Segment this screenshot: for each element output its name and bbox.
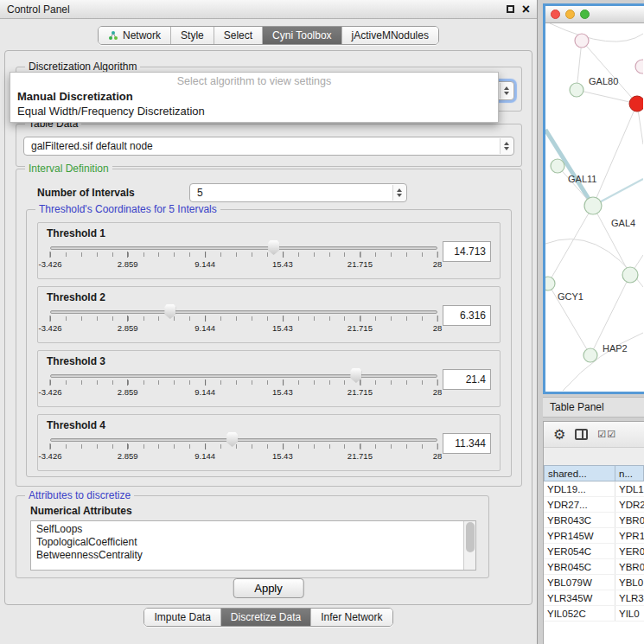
cell-name[interactable]: YLR3 (615, 590, 644, 605)
cell-shared-name[interactable]: YDL19... (544, 481, 615, 496)
cell-name[interactable]: YPR1 (615, 528, 644, 543)
scrollbar[interactable] (463, 521, 475, 570)
cell-shared-name[interactable]: YLR345W (544, 590, 615, 605)
dropdown-option-equal-width[interactable]: Equal Width/Frequency Discretization (10, 104, 498, 118)
tick-label: 28 (433, 451, 443, 461)
close-traffic-light-icon[interactable] (551, 10, 560, 19)
node-label-gal4: GAL4 (611, 218, 635, 228)
tick-label: 2.859 (118, 259, 138, 269)
columns-icon[interactable] (575, 429, 588, 440)
threshold-value-field[interactable]: 21.4 (443, 369, 491, 390)
network-node[interactable] (575, 34, 589, 48)
network-node[interactable] (584, 197, 602, 214)
table-row[interactable]: YBR045C YBR0 (544, 559, 644, 575)
threshold-slider[interactable]: -3.426 2.859 9.144 15.43 21.715 28 (50, 304, 437, 337)
threshold-slider[interactable]: -3.426 2.859 9.144 15.43 21.715 28 (50, 368, 437, 401)
gear-icon[interactable]: ⚙ (553, 428, 565, 442)
network-node[interactable] (635, 60, 643, 73)
network-canvas[interactable]: GAL80 GAL11 GAL4 GCY1 HAP2 (545, 23, 644, 392)
zoom-traffic-light-icon[interactable] (580, 10, 590, 19)
combo-stepper-icon[interactable] (500, 138, 513, 154)
node-label-gal80: GAL80 (589, 76, 618, 86)
tick-label: -3.426 (39, 451, 62, 461)
combo-stepper-icon[interactable] (500, 83, 513, 99)
tick-label: 2.859 (118, 323, 138, 333)
cell-shared-name[interactable]: YBR045C (544, 559, 615, 574)
list-item[interactable]: TopologicalCoefficient (31, 536, 475, 549)
table-row[interactable]: YBR043C YBR0 (544, 513, 644, 528)
tab-impute-data[interactable]: Impute Data (144, 609, 220, 626)
list-item[interactable]: SelfLoops (31, 523, 475, 536)
tab-infer-network[interactable]: Infer Network (310, 609, 392, 626)
threshold-panel: Threshold 3 -3.426 2.859 9.144 15.43 (37, 350, 501, 407)
table-row[interactable]: YPR145W YPR1 (544, 528, 644, 544)
combo-stepper-icon[interactable] (392, 185, 405, 201)
tab-select[interactable]: Select (214, 27, 262, 44)
bottom-tabbar: Impute Data Discretize Data Infer Networ… (0, 608, 537, 627)
network-node[interactable] (622, 267, 638, 283)
table-row[interactable]: YBL079W YBL0 (544, 575, 644, 590)
dropdown-option-manual[interactable]: Manual Discretization (10, 89, 498, 104)
cell-shared-name[interactable]: YBL079W (544, 575, 615, 590)
apply-button[interactable]: Apply (233, 578, 304, 598)
tick-label: 15.43 (272, 323, 293, 333)
table-row[interactable]: YER054C YER0 (544, 544, 644, 559)
select-columns-checkboxes-icon[interactable]: ☑☑ (597, 429, 616, 440)
table-panel-title: Table Panel (550, 401, 604, 413)
threshold-value-field[interactable]: 6.316 (443, 305, 491, 326)
column-header-shared-name[interactable]: shared... (544, 465, 615, 481)
tick-label: -3.426 (39, 323, 62, 333)
column-header-name[interactable]: n... (615, 465, 644, 481)
slider-track[interactable] (50, 438, 437, 442)
number-of-intervals-label: Number of Intervals (37, 187, 135, 199)
tab-network[interactable]: Network (99, 27, 170, 44)
table-row[interactable]: YDL19... YDL1 (544, 481, 644, 497)
tick-label: 9.144 (194, 323, 215, 333)
network-node[interactable] (551, 159, 564, 173)
network-node[interactable] (545, 277, 555, 290)
cell-shared-name[interactable]: YBR043C (544, 513, 615, 527)
cell-name[interactable]: YDR2 (615, 497, 644, 512)
threshold-value-field[interactable]: 11.344 (443, 433, 491, 454)
tab-style[interactable]: Style (170, 27, 214, 44)
thresholds-group: Threshold's Coordinates for 5 Intervals … (26, 209, 512, 477)
tab-discretize-data[interactable]: Discretize Data (220, 609, 310, 626)
threshold-slider[interactable]: -3.426 2.859 9.144 15.43 21.715 28 (50, 240, 437, 273)
cell-shared-name[interactable]: YIL052C (544, 606, 615, 621)
selected-network-node[interactable] (629, 96, 643, 112)
slider-track[interactable] (50, 310, 437, 314)
close-icon[interactable]: × (522, 3, 530, 16)
slider-track[interactable] (50, 246, 437, 250)
cell-name[interactable]: YIL0 (615, 606, 644, 621)
list-item[interactable]: BetweennessCentrality (31, 549, 475, 562)
threshold-value-field[interactable]: 14.713 (443, 241, 491, 262)
table-row[interactable]: YIL052C YIL0 (544, 606, 644, 622)
cell-name[interactable]: YDL1 (615, 481, 644, 496)
cell-shared-name[interactable]: YDR27... (544, 497, 615, 512)
cell-shared-name[interactable]: YER054C (544, 544, 615, 558)
cell-name[interactable]: YER0 (615, 544, 644, 558)
cell-name[interactable]: YBR0 (615, 559, 644, 574)
tab-jactivemnodules[interactable]: jActiveMNodules (341, 27, 438, 44)
tab-cyni-toolbox[interactable]: Cyni Toolbox (262, 27, 341, 44)
minimize-traffic-light-icon[interactable] (565, 10, 575, 19)
network-node[interactable] (583, 348, 597, 362)
tab-label: Cyni Toolbox (272, 29, 331, 41)
node-label-hap2: HAP2 (603, 343, 628, 354)
combo-value: galFiltered.sif default node (31, 140, 153, 152)
cell-name[interactable]: YBL0 (615, 575, 644, 590)
slider-track[interactable] (50, 374, 437, 378)
table-spacer (544, 448, 644, 465)
table-row[interactable]: YLR345W YLR3 (544, 590, 644, 606)
float-window-icon[interactable] (507, 5, 514, 13)
algorithm-dropdown-popup: Select algorithm to view settings Manual… (10, 72, 499, 123)
cell-shared-name[interactable]: YPR145W (544, 528, 615, 543)
network-window-titlebar (545, 6, 644, 23)
number-of-intervals-combobox[interactable]: 5 (189, 183, 407, 202)
table-data-combobox[interactable]: galFiltered.sif default node (23, 137, 514, 156)
scrollbar-thumb[interactable] (466, 522, 475, 552)
table-row[interactable]: YDR27... YDR2 (544, 497, 644, 513)
threshold-slider[interactable]: -3.426 2.859 9.144 15.43 21.715 28 (50, 432, 437, 465)
cell-name[interactable]: YBR0 (615, 513, 644, 527)
network-node[interactable] (570, 83, 583, 97)
